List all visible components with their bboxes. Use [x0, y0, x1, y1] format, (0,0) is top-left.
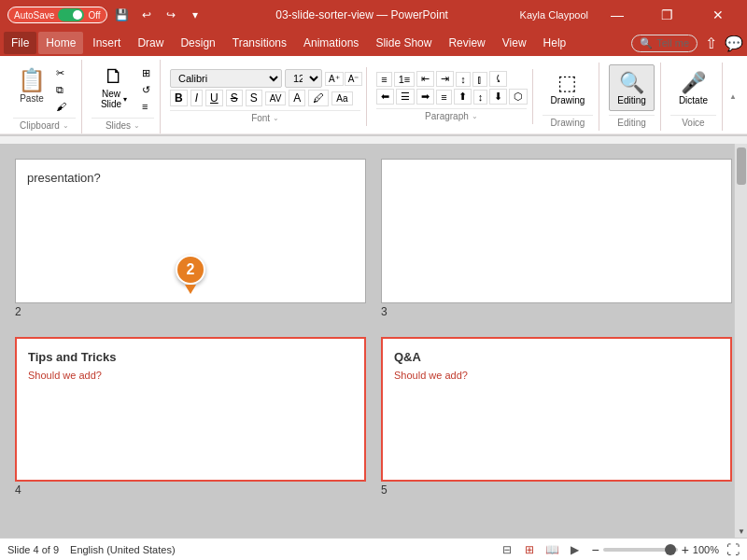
save-icon[interactable]: 💾	[113, 6, 132, 24]
customize-qat-icon[interactable]: ▾	[186, 6, 204, 24]
columns-button[interactable]: ⫿	[472, 72, 487, 87]
dictate-button[interactable]: 🎤 Dictate	[670, 64, 716, 111]
align-middle-button[interactable]: ↕	[473, 90, 488, 105]
scrollbar-thumb[interactable]	[737, 147, 746, 185]
dictate-icon: 🎤	[681, 71, 706, 95]
tell-me-search[interactable]: 🔍 Tell me	[631, 35, 698, 52]
menu-slideshow[interactable]: Slide Show	[368, 32, 439, 54]
slides-expand-icon[interactable]: ⌄	[134, 121, 140, 130]
menu-animations[interactable]: Animations	[296, 32, 366, 54]
clipboard-expand-icon[interactable]: ⌄	[63, 121, 69, 130]
char-space-button[interactable]: AV	[265, 91, 287, 105]
numbering-button[interactable]: 1≡	[394, 72, 416, 87]
normal-view-button[interactable]: ⊟	[498, 540, 516, 559]
menu-bar: File Home Insert Draw Design Transitions…	[0, 30, 747, 56]
ribbon-editing-section: 🔍 Editing Editing	[603, 63, 661, 131]
menu-design[interactable]: Design	[173, 32, 222, 54]
menu-review[interactable]: Review	[441, 32, 492, 54]
editing-button[interactable]: 🔍 Editing	[609, 64, 655, 111]
slide-thumbnail-5[interactable]: Q&A Should we add?	[381, 337, 732, 482]
menu-help[interactable]: Help	[536, 32, 574, 54]
autosave-toggle[interactable]	[58, 8, 84, 21]
align-right-button[interactable]: ➡	[416, 89, 434, 105]
slide-thumbnail-4[interactable]: Tips and Tricks Should we add?	[15, 337, 366, 482]
layout-button[interactable]: ⊞	[138, 65, 154, 81]
scroll-down-arrow[interactable]: ▼	[735, 525, 747, 538]
decrease-font-button[interactable]: A⁻	[345, 72, 363, 86]
line-spacing-button[interactable]: ↕	[456, 72, 471, 87]
zoom-out-icon[interactable]: −	[591, 542, 599, 557]
direction-button[interactable]: ⤹	[489, 71, 507, 87]
menu-transitions[interactable]: Transitions	[225, 32, 294, 54]
slide-sorter-view-button[interactable]: ⊞	[520, 540, 539, 559]
align-bottom-button[interactable]: ⬇	[489, 89, 507, 105]
editing-label: Editing	[617, 95, 646, 105]
slide-thumbnail-3[interactable]	[381, 159, 732, 303]
minimize-button[interactable]: —	[596, 0, 639, 30]
cut-button[interactable]: ✂	[52, 65, 70, 81]
paragraph-expand-icon[interactable]: ⌄	[472, 112, 478, 120]
reset-button[interactable]: ↺	[138, 82, 154, 98]
drawing-section-label: Drawing	[543, 115, 594, 131]
slideshow-button[interactable]: ▶	[565, 540, 584, 559]
convert-smartart-button[interactable]: ⬡	[509, 89, 528, 105]
italic-button[interactable]: I	[190, 90, 203, 106]
slide-4-number: 4	[15, 483, 21, 497]
section-button[interactable]: ≡	[138, 99, 154, 114]
font-label: Font ⌄	[170, 110, 360, 126]
increase-indent-button[interactable]: ⇥	[436, 71, 454, 87]
new-slide-button[interactable]: 🗋 NewSlide ▾	[92, 62, 136, 112]
align-center-button[interactable]: ☰	[396, 89, 415, 105]
font-color-button[interactable]: A	[289, 90, 305, 106]
bold-button[interactable]: B	[170, 90, 188, 106]
menu-home[interactable]: Home	[38, 32, 83, 54]
font-controls-area: Calibri 12 A⁺ A⁻ B I U S S AV	[170, 67, 360, 108]
autosave-badge[interactable]: AutoSave Off	[7, 7, 107, 23]
menu-file[interactable]: File	[4, 32, 36, 54]
menu-draw[interactable]: Draw	[130, 32, 171, 54]
justify-button[interactable]: ≡	[436, 90, 451, 105]
zoom-in-icon[interactable]: +	[682, 542, 689, 557]
reading-view-button[interactable]: 📖	[543, 540, 561, 559]
strikethrough-button[interactable]: S	[226, 90, 243, 106]
font-name-select[interactable]: Calibri	[170, 69, 282, 88]
increase-font-button[interactable]: A⁺	[325, 72, 344, 86]
ribbon-font-section: Calibri 12 A⁺ A⁻ B I U S S AV	[164, 67, 367, 126]
editing-icon: 🔍	[619, 71, 644, 95]
view-icons: ⊟ ⊞ 📖 ▶	[498, 540, 584, 559]
font-size-select[interactable]: 12	[285, 69, 322, 88]
voice-section-label: Voice	[670, 115, 716, 131]
shadow-button[interactable]: S	[246, 90, 262, 106]
align-top-button[interactable]: ⬆	[454, 89, 472, 105]
underline-button[interactable]: U	[205, 90, 223, 106]
clipboard-label: Clipboard ⌄	[13, 118, 76, 133]
ribbon-clipboard-section: 📋 Paste ✂ ⧉ 🖌 Clipboard ⌄	[7, 60, 82, 133]
font-size-aa-button[interactable]: Aa	[331, 91, 352, 105]
fit-to-window-button[interactable]: ⛶	[726, 542, 740, 557]
drawing-button[interactable]: ⬚ Drawing	[543, 64, 594, 111]
new-slide-dropdown-icon[interactable]: ▾	[123, 95, 127, 104]
section-icon: ≡	[142, 101, 148, 112]
decrease-indent-button[interactable]: ⇤	[416, 71, 434, 87]
paste-button[interactable]: 📋 Paste	[13, 62, 50, 108]
redo-icon[interactable]: ↪	[162, 6, 180, 24]
format-painter-button[interactable]: 🖌	[52, 99, 70, 114]
ribbon-scroll-up-button[interactable]: ▲	[726, 78, 740, 116]
align-left-button[interactable]: ⬅	[376, 89, 394, 105]
share-icon[interactable]: ⇧	[705, 35, 717, 52]
slide-info: Slide 4 of 9	[7, 544, 59, 555]
comments-icon[interactable]: 💬	[725, 35, 743, 52]
text-highlight-button[interactable]: 🖊	[308, 90, 329, 106]
zoom-slider-thumb[interactable]	[665, 544, 676, 555]
zoom-percent[interactable]: 100%	[693, 544, 719, 555]
font-expand-icon[interactable]: ⌄	[273, 114, 279, 122]
menu-insert[interactable]: Insert	[85, 32, 128, 54]
tell-me-label: Tell me	[656, 37, 689, 49]
bullets-button[interactable]: ≡	[376, 72, 391, 87]
close-button[interactable]: ✕	[697, 0, 740, 30]
menu-view[interactable]: View	[495, 32, 534, 54]
undo-icon[interactable]: ↩	[137, 6, 156, 24]
restore-button[interactable]: ❐	[646, 0, 689, 30]
copy-button[interactable]: ⧉	[52, 82, 70, 98]
zoom-slider[interactable]	[603, 548, 678, 552]
